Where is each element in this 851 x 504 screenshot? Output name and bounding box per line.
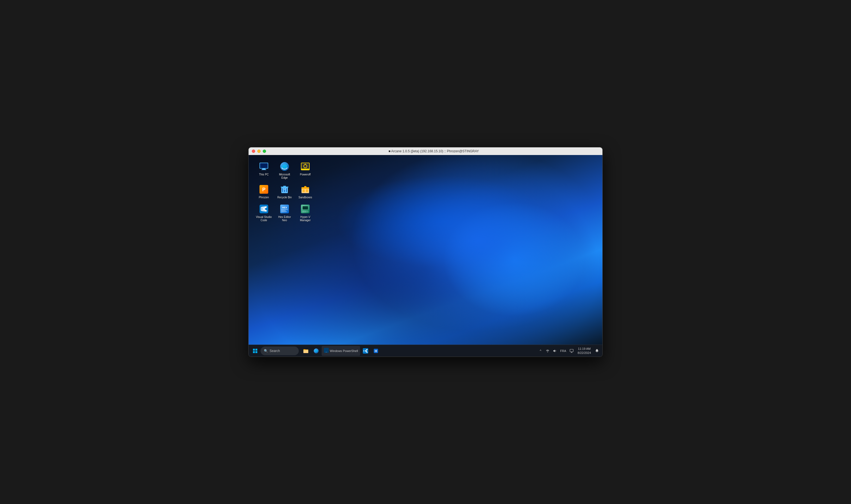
taskbar-powershell[interactable]: _ Windows PowerShell bbox=[322, 346, 360, 356]
desktop-icon-edge[interactable]: Microsoft Edge bbox=[275, 159, 295, 181]
title-bar: ■ Arcane 1.0.5 (βeta) (192.168.15.10) ::… bbox=[249, 147, 602, 155]
systray-chevron[interactable]: ^ bbox=[537, 348, 544, 354]
svg-rect-21 bbox=[303, 190, 305, 192]
taskbar-file-explorer[interactable] bbox=[301, 346, 311, 356]
edge-label: Microsoft Edge bbox=[276, 173, 293, 180]
svg-rect-38 bbox=[255, 351, 257, 353]
taskbar-clock[interactable]: 11:19 AM 8/22/2024 bbox=[576, 346, 592, 355]
svg-point-34 bbox=[305, 211, 306, 212]
svg-rect-46 bbox=[570, 349, 573, 352]
svg-rect-3 bbox=[261, 169, 266, 170]
recycle-bin-icon bbox=[279, 184, 290, 195]
desktop-icon-this-pc[interactable]: This PC bbox=[254, 159, 274, 181]
svg-rect-26 bbox=[281, 209, 288, 210]
recycle-bin-label: Recycle Bin bbox=[278, 196, 292, 199]
systray: ^ bbox=[537, 348, 558, 354]
svg-text:_: _ bbox=[325, 349, 327, 352]
svg-text:H: H bbox=[375, 349, 377, 353]
sandboxes-label: Sandboxes bbox=[299, 196, 312, 199]
poweroff-label: Poweroff bbox=[300, 173, 311, 176]
powershell-icon: _ bbox=[324, 348, 329, 354]
minimize-button[interactable] bbox=[257, 149, 261, 153]
desktop: This PC bbox=[249, 155, 602, 345]
systray-monitor[interactable] bbox=[568, 348, 575, 354]
hyperv-manager-label: Hyper-V Manager bbox=[297, 216, 314, 222]
sandboxes-icon bbox=[300, 184, 311, 195]
vscode-label: Visual Studio Code bbox=[255, 216, 272, 222]
powershell-label: Windows PowerShell bbox=[330, 349, 358, 353]
svg-text:P: P bbox=[262, 187, 266, 192]
window-title: ■ Arcane 1.0.5 (βeta) (192.168.15.10) ::… bbox=[268, 149, 599, 153]
search-placeholder-text: Search bbox=[270, 349, 280, 353]
svg-rect-28 bbox=[281, 211, 287, 212]
svg-rect-2 bbox=[262, 169, 266, 169]
hyperv-manager-icon bbox=[300, 203, 311, 214]
icon-row-2: P Phrozen bbox=[254, 182, 315, 201]
svg-rect-35 bbox=[253, 349, 255, 350]
this-pc-label: This PC bbox=[259, 173, 269, 176]
systray-language[interactable]: FRA bbox=[559, 349, 567, 353]
svg-text:HEX: HEX bbox=[282, 206, 287, 209]
taskbar-right: ^ FRA bbox=[537, 346, 600, 355]
svg-rect-36 bbox=[255, 349, 257, 350]
taskbar-another-app[interactable]: H bbox=[371, 346, 381, 356]
phrozen-label: Phrozen bbox=[259, 196, 269, 199]
systray-volume[interactable] bbox=[551, 348, 558, 354]
icon-row-1: This PC bbox=[254, 159, 315, 181]
desktop-icon-sandboxes[interactable]: Sandboxes bbox=[296, 182, 315, 201]
taskbar-edge[interactable] bbox=[311, 346, 321, 356]
svg-point-33 bbox=[303, 211, 304, 212]
svg-rect-31 bbox=[303, 206, 308, 210]
svg-rect-22 bbox=[306, 190, 308, 192]
taskbar-search[interactable]: 🔍 Search bbox=[261, 346, 299, 355]
svg-rect-27 bbox=[281, 210, 286, 211]
mac-window: ■ Arcane 1.0.5 (βeta) (192.168.15.10) ::… bbox=[248, 147, 603, 357]
start-button[interactable] bbox=[251, 346, 260, 355]
icon-row-3: Visual Studio Code HEX bbox=[254, 202, 315, 224]
taskbar: 🔍 Search bbox=[249, 345, 602, 357]
svg-rect-17 bbox=[283, 186, 286, 186]
close-button[interactable] bbox=[252, 149, 255, 153]
hex-editor-neo-label: Hex Editor Neo bbox=[276, 216, 293, 222]
vscode-icon bbox=[259, 203, 269, 214]
svg-rect-1 bbox=[260, 163, 268, 168]
svg-rect-37 bbox=[253, 351, 255, 353]
desktop-icon-hexeditor[interactable]: HEX Hex Editor Neo bbox=[275, 202, 295, 224]
this-pc-icon bbox=[259, 161, 269, 172]
poweroff-icon bbox=[300, 161, 311, 172]
desktop-icons: This PC bbox=[254, 159, 315, 224]
taskbar-apps: _ Windows PowerShell H bbox=[301, 346, 381, 356]
hex-editor-neo-icon: HEX bbox=[279, 203, 290, 214]
edge-icon bbox=[279, 161, 290, 172]
svg-rect-15 bbox=[286, 188, 287, 192]
desktop-icon-vscode[interactable]: Visual Studio Code bbox=[254, 202, 274, 224]
desktop-icon-phrozen[interactable]: P Phrozen bbox=[254, 182, 274, 201]
desktop-icon-recycle[interactable]: Recycle Bin bbox=[275, 182, 295, 201]
phrozen-icon: P bbox=[259, 184, 269, 195]
svg-rect-16 bbox=[281, 186, 288, 187]
search-icon: 🔍 bbox=[264, 349, 268, 353]
clock-date: 8/22/2024 bbox=[578, 351, 591, 355]
taskbar-vscode[interactable] bbox=[361, 346, 370, 356]
maximize-button[interactable] bbox=[263, 149, 266, 153]
svg-rect-24 bbox=[280, 204, 289, 213]
desktop-icon-poweroff[interactable]: Poweroff bbox=[296, 159, 315, 181]
systray-wifi[interactable] bbox=[544, 348, 551, 354]
desktop-icon-hyperv[interactable]: Hyper-V Manager bbox=[296, 202, 315, 224]
svg-rect-9 bbox=[304, 169, 306, 169]
svg-rect-20 bbox=[304, 186, 306, 188]
clock-time: 11:19 AM bbox=[578, 347, 590, 350]
svg-rect-13 bbox=[282, 188, 283, 192]
systray-notification[interactable] bbox=[594, 348, 600, 354]
